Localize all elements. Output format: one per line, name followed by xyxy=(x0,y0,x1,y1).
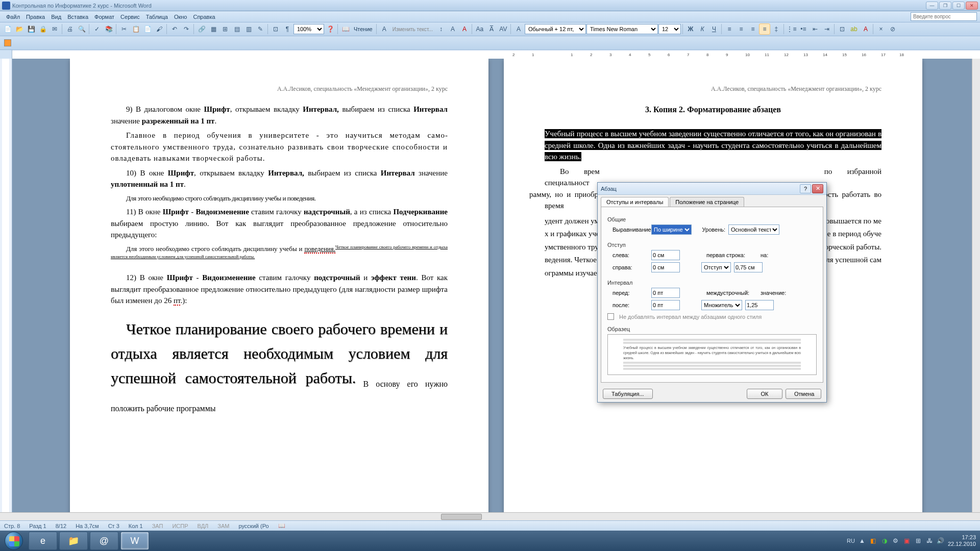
format-painter-button[interactable]: 🖌 xyxy=(154,23,165,35)
zoom-combo[interactable]: 100% xyxy=(293,24,324,34)
insert-table-button[interactable]: ⊞ xyxy=(219,23,231,35)
taskbar-explorer[interactable]: 📁 xyxy=(59,532,88,550)
minimize-button[interactable]: — xyxy=(926,2,938,10)
indent-right-spinner[interactable]: 0 см xyxy=(651,262,680,272)
hyperlink-button[interactable]: 🔗 xyxy=(196,23,207,35)
tb-misc-4[interactable]: A xyxy=(459,23,470,35)
tray-icon-1[interactable]: ◧ xyxy=(869,537,877,545)
new-doc-button[interactable]: 📄 xyxy=(2,23,13,35)
dialog-close-button[interactable]: ✕ xyxy=(812,184,823,193)
redo-button[interactable]: ↷ xyxy=(181,23,192,35)
tb-misc-2[interactable]: ↕ xyxy=(435,23,447,35)
menu-view[interactable]: Вид xyxy=(48,13,64,21)
tb-misc-7[interactable]: AV xyxy=(498,23,509,35)
tb-extra-1[interactable]: × xyxy=(875,23,887,35)
color-fill-button[interactable] xyxy=(2,37,13,48)
scrollbar-horizontal[interactable] xyxy=(0,512,980,520)
open-button[interactable]: 📂 xyxy=(14,23,25,35)
tray-lang[interactable]: RU xyxy=(847,538,855,544)
tb-misc-5[interactable]: Aa xyxy=(474,23,485,35)
after-spinner[interactable]: 0 пт xyxy=(651,300,680,310)
ruler-scale[interactable]: 2 1 1 2 3 4 5 6 7 8 9 10 11 12 13 14 15 … xyxy=(12,51,980,59)
close-button[interactable]: ✕ xyxy=(966,2,978,10)
spellcheck-button[interactable]: ✓ xyxy=(91,23,103,35)
status-lang[interactable]: русский (Ро xyxy=(238,523,268,529)
help-search-input[interactable] xyxy=(911,12,977,21)
mail-button[interactable]: ✉ xyxy=(49,23,60,35)
font-color-button[interactable]: A xyxy=(860,23,871,35)
tb-extra-2[interactable]: ⊘ xyxy=(887,23,898,35)
highlight-button[interactable]: ab xyxy=(848,23,860,35)
status-ovr[interactable]: ЗАМ xyxy=(217,523,229,529)
status-ext[interactable]: ВДЛ xyxy=(198,523,209,529)
cancel-button[interactable]: Отмена xyxy=(786,389,821,399)
maximize-button[interactable]: ☐ xyxy=(952,2,965,10)
align-right-button[interactable]: ≡ xyxy=(747,23,758,35)
indent-left-spinner[interactable]: 0 см xyxy=(651,250,680,260)
bullets-button[interactable]: •≡ xyxy=(798,23,809,35)
font-combo[interactable]: Times New Roman xyxy=(586,24,658,34)
alignment-select[interactable]: По ширине xyxy=(651,224,692,235)
underline-button[interactable]: Ч xyxy=(708,23,720,35)
columns-button[interactable]: ▥ xyxy=(243,23,254,35)
status-trk[interactable]: ИСПР xyxy=(172,523,188,529)
tab-pagination[interactable]: Положение на странице xyxy=(670,197,744,207)
tabs-button[interactable]: Табуляция... xyxy=(603,389,653,399)
tray-network-icon[interactable]: 🖧 xyxy=(925,537,934,545)
numbering-button[interactable]: ⋮≡ xyxy=(786,23,797,35)
scrollbar-vertical[interactable] xyxy=(972,59,980,522)
menu-insert[interactable]: Вставка xyxy=(64,13,91,21)
line-spacing-button[interactable]: ‡ xyxy=(771,23,782,35)
drawing-button[interactable]: ✎ xyxy=(255,23,266,35)
fontsize-combo[interactable]: 12 xyxy=(658,24,681,34)
hscroll-thumb[interactable] xyxy=(441,514,482,520)
taskbar-word[interactable]: W xyxy=(120,532,149,550)
no-space-checkbox[interactable] xyxy=(607,313,614,320)
modify-text-label[interactable]: Изменить текст... xyxy=(390,27,435,32)
status-rec[interactable]: ЗАП xyxy=(152,523,163,529)
menu-format[interactable]: Формат xyxy=(91,13,117,21)
start-button[interactable] xyxy=(0,531,28,551)
dialog-help-button[interactable]: ? xyxy=(800,184,811,193)
tray-clock[interactable]: 17:23 22.12.2010 xyxy=(948,534,976,547)
read-mode-icon[interactable]: 📖 xyxy=(340,23,351,35)
level-select[interactable]: Основной текст xyxy=(728,224,779,235)
restore-button[interactable]: ❐ xyxy=(939,2,951,10)
pages-viewport[interactable]: А.А.Лесиков, специальность «Менеджмент о… xyxy=(12,59,980,522)
tb-misc-6[interactable]: A̅ xyxy=(486,23,497,35)
increase-indent-button[interactable]: ⇥ xyxy=(821,23,832,35)
tray-icon-3[interactable]: ⚙ xyxy=(892,537,900,545)
menu-file[interactable]: Файл xyxy=(3,13,23,21)
menu-table[interactable]: Таблица xyxy=(143,13,171,21)
align-justify-button[interactable]: ≡ xyxy=(759,23,770,35)
ruler-vertical[interactable] xyxy=(0,59,12,522)
save-button[interactable]: 💾 xyxy=(26,23,37,35)
menu-edit[interactable]: Правка xyxy=(23,13,48,21)
status-book-icon[interactable]: 📖 xyxy=(278,522,285,529)
bold-button[interactable]: Ж xyxy=(685,23,696,35)
menu-help[interactable]: Справка xyxy=(190,13,218,21)
permissions-button[interactable]: 🔒 xyxy=(37,23,48,35)
firstline-by-spinner[interactable]: 0,75 см xyxy=(734,262,763,272)
tb-misc-1[interactable]: A xyxy=(379,23,390,35)
tray-flag-icon[interactable]: ▲ xyxy=(858,537,866,545)
firstline-select[interactable]: Отступ xyxy=(701,262,731,272)
excel-button[interactable]: ▤ xyxy=(231,23,242,35)
copy-button[interactable]: 📋 xyxy=(130,23,141,35)
tray-icon-4[interactable]: ▣ xyxy=(903,537,911,545)
show-marks-button[interactable]: ¶ xyxy=(282,23,293,35)
paste-button[interactable]: 📄 xyxy=(142,23,153,35)
style-combo[interactable]: Обычный + 12 пт, xyxy=(525,24,586,34)
print-preview-button[interactable]: 🔍 xyxy=(76,23,87,35)
before-spinner[interactable]: 0 пт xyxy=(651,288,680,298)
borders-button[interactable]: ⊡ xyxy=(837,23,848,35)
menu-tools[interactable]: Сервис xyxy=(117,13,143,21)
taskbar-ie[interactable]: e xyxy=(29,532,57,550)
at-spinner[interactable]: 1,25 xyxy=(745,300,774,310)
tray-volume-icon[interactable]: 🔊 xyxy=(937,537,945,545)
doc-map-button[interactable]: ⊡ xyxy=(270,23,281,35)
tables-borders-button[interactable]: ▦ xyxy=(208,23,219,35)
research-button[interactable]: 📚 xyxy=(103,23,114,35)
tab-indents[interactable]: Отступы и интервалы xyxy=(601,197,669,207)
align-center-button[interactable]: ≡ xyxy=(736,23,747,35)
